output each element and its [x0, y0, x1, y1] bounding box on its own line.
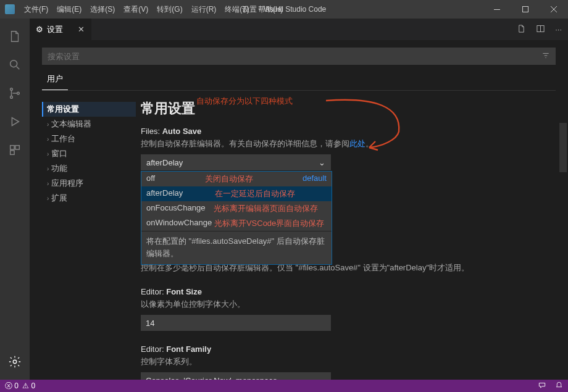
- dd-option-afterdelay[interactable]: afterDelay 在一定延迟后自动保存: [141, 186, 332, 201]
- toc-workbench[interactable]: ›工作台: [47, 131, 136, 146]
- annotation-text: 关闭自动保存: [205, 173, 253, 185]
- chevron-right-icon: ›: [47, 180, 49, 187]
- svg-rect-10: [10, 146, 14, 149]
- svg-point-13: [13, 360, 17, 364]
- svg-point-7: [10, 96, 13, 99]
- source-control-icon[interactable]: [0, 79, 30, 107]
- settings-content: 自动保存分为以下四种模式 常用设置 Files: Auto Save 控制自动保…: [141, 93, 568, 380]
- svg-rect-1: [523, 7, 528, 12]
- toc-common[interactable]: 常用设置: [42, 102, 136, 117]
- extensions-icon[interactable]: [0, 136, 30, 164]
- error-icon: ⓧ: [5, 382, 12, 390]
- default-tag: default: [303, 173, 327, 185]
- notifications-icon[interactable]: [555, 381, 563, 391]
- filter-icon[interactable]: [541, 51, 550, 62]
- editor-tabs: ⚙ 设置 ✕ ···: [30, 19, 568, 40]
- toc-extensions[interactable]: ›扩展: [47, 191, 136, 206]
- font-family-input[interactable]: [141, 372, 331, 380]
- scope-user-tab[interactable]: 用户: [42, 70, 68, 90]
- chevron-right-icon: ›: [47, 165, 49, 172]
- chevron-right-icon: ›: [47, 195, 49, 202]
- split-editor-icon[interactable]: [536, 24, 545, 35]
- menu-file[interactable]: 文件(F): [20, 4, 52, 15]
- select-value: afterDelay: [146, 158, 183, 167]
- setting-label: Editor: Font Family: [141, 344, 556, 354]
- status-warnings[interactable]: ⚠ 0: [22, 382, 35, 390]
- settings-search-input[interactable]: [48, 52, 541, 61]
- svg-rect-11: [15, 146, 19, 149]
- auto-save-select[interactable]: afterDelay ⌄ off 关闭自动保存 default afterDel…: [141, 154, 331, 170]
- menu-edit[interactable]: 编辑(E): [52, 4, 86, 15]
- auto-save-dropdown: off 关闭自动保存 default afterDelay 在一定延迟后自动保存…: [141, 171, 332, 265]
- setting-font-size: Editor: Font Size 以像素为单位控制字体大小。: [141, 287, 556, 331]
- warning-icon: ⚠: [22, 382, 29, 390]
- toc-window[interactable]: ›窗口: [47, 146, 136, 161]
- maximize-button[interactable]: [511, 0, 540, 19]
- menu-run[interactable]: 运行(R): [187, 4, 221, 15]
- title-bar: 文件(F) 编辑(E) 选择(S) 查看(V) 转到(G) 运行(R) 终端(T…: [0, 0, 568, 19]
- svg-point-4: [10, 60, 17, 67]
- settings-toc: 常用设置 ›文本编辑器 ›工作台 ›窗口 ›功能 ›应用程序 ›扩展: [30, 93, 141, 380]
- annotation-header: 自动保存分为以下四种模式: [196, 96, 293, 107]
- tab-settings[interactable]: ⚙ 设置 ✕: [30, 19, 91, 40]
- status-errors[interactable]: ⓧ 0: [5, 381, 19, 391]
- menu-select[interactable]: 选择(S): [86, 4, 119, 15]
- svg-marker-9: [12, 118, 19, 126]
- menu-go[interactable]: 转到(G): [152, 4, 186, 15]
- dd-option-off[interactable]: off 关闭自动保存 default: [141, 172, 332, 186]
- toc-text-editor[interactable]: ›文本编辑器: [47, 117, 136, 131]
- chevron-down-icon: ⌄: [319, 158, 325, 167]
- more-actions-icon[interactable]: ···: [555, 25, 562, 34]
- doc-link[interactable]: 此处: [349, 139, 365, 148]
- annotation-text: 光标离开VSCode界面自动保存: [214, 218, 324, 229]
- explorer-icon[interactable]: [0, 22, 30, 51]
- divider: [42, 90, 556, 91]
- scrollbar-thumb[interactable]: [559, 123, 567, 172]
- run-debug-icon[interactable]: [0, 107, 30, 136]
- vscode-logo-icon: [5, 4, 15, 14]
- dd-option-onfocuschange[interactable]: onFocusChange 光标离开编辑器页面自动保存: [141, 201, 332, 216]
- dd-option-desc: 将在配置的 "#files.autoSaveDelay#" 后自动保存脏编辑器。: [141, 231, 332, 264]
- tab-gear-icon: ⚙: [36, 25, 43, 34]
- activity-bar: [0, 19, 30, 380]
- annotation-text: 光标离开编辑器页面自动保存: [214, 203, 318, 214]
- svg-rect-12: [10, 151, 14, 154]
- chevron-right-icon: ›: [47, 136, 49, 143]
- feedback-icon[interactable]: [538, 381, 546, 391]
- setting-auto-save: Files: Auto Save 控制自动保存脏编辑器。有关自动保存的详细信息，…: [141, 127, 556, 170]
- font-size-input[interactable]: [141, 315, 331, 331]
- settings-gear-icon[interactable]: [0, 348, 30, 376]
- chevron-right-icon: ›: [47, 121, 49, 128]
- toc-application[interactable]: ›应用程序: [47, 176, 136, 191]
- chevron-right-icon: ›: [47, 151, 49, 157]
- setting-desc: 控制自动保存脏编辑器。有关自动保存的详细信息，请参阅此处。: [141, 138, 556, 149]
- setting-font-family: Editor: Font Family 控制字体系列。: [141, 344, 556, 380]
- setting-label: Files: Auto Save: [141, 127, 556, 136]
- menu-view[interactable]: 查看(V): [119, 4, 152, 15]
- setting-desc: 控制字体系列。: [141, 356, 556, 367]
- settings-scope-tabs: 用户: [30, 70, 568, 90]
- setting-label: Editor: Font Size: [141, 287, 556, 296]
- open-json-icon[interactable]: [517, 24, 526, 35]
- svg-line-5: [17, 67, 20, 70]
- tab-label: 设置: [47, 24, 63, 35]
- toc-features[interactable]: ›功能: [47, 161, 136, 176]
- minimize-button[interactable]: [483, 0, 511, 19]
- close-button[interactable]: [540, 0, 568, 19]
- annotation-text: 在一定延迟后自动保存: [215, 188, 295, 199]
- svg-point-6: [10, 88, 13, 91]
- svg-point-8: [17, 92, 20, 94]
- dd-option-onwindowchange[interactable]: onWindowChange 光标离开VSCode界面自动保存: [141, 216, 332, 231]
- window-title: 设置 - Visual Studio Code: [242, 4, 327, 15]
- tab-close-icon[interactable]: ✕: [78, 25, 85, 34]
- status-bar: ⓧ 0 ⚠ 0: [0, 380, 568, 392]
- settings-search-box[interactable]: [42, 48, 556, 65]
- search-icon[interactable]: [0, 51, 30, 79]
- setting-desc: 以像素为单位控制字体大小。: [141, 299, 556, 310]
